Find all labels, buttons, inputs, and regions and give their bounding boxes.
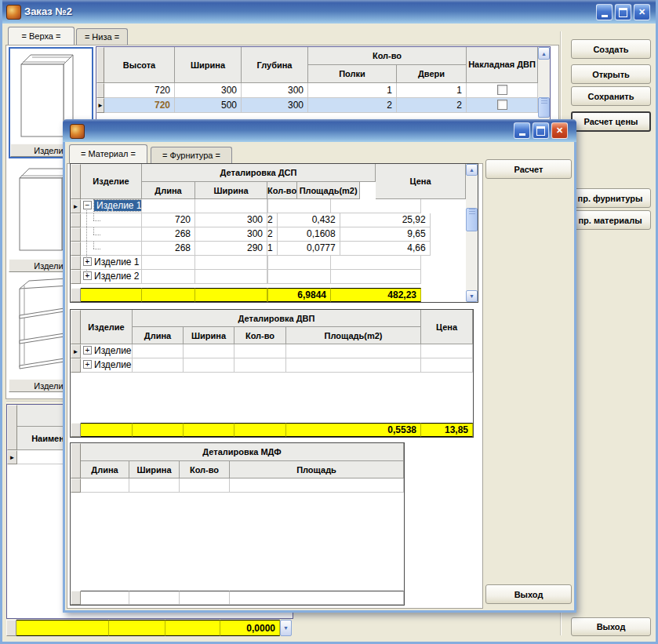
expand-icon[interactable]: + xyxy=(83,271,92,280)
qty-cell[interactable]: 1 xyxy=(267,242,278,256)
len-cell[interactable] xyxy=(142,270,195,284)
qty-cell[interactable] xyxy=(180,478,230,493)
overlay-checkbox[interactable] xyxy=(497,100,507,110)
row-marker-cell[interactable] xyxy=(71,478,81,493)
width-cell[interactable]: 500 xyxy=(175,98,242,113)
dsp-leaf-row[interactable]: 268 290 1 0,0777 4,66 xyxy=(71,242,478,256)
price-cell[interactable] xyxy=(421,358,473,373)
area-cell[interactable] xyxy=(230,478,404,493)
area-cell[interactable] xyxy=(268,270,331,284)
order-grid-scrollbar[interactable]: ▲ xyxy=(538,47,550,118)
product-cell[interactable]: +Изделие 1 xyxy=(81,256,142,270)
wid-cell[interactable] xyxy=(129,478,180,493)
main-exit-button[interactable]: Выход xyxy=(571,617,651,636)
height-cell[interactable]: 720 xyxy=(104,98,175,113)
node-label[interactable]: Изделие 1 xyxy=(94,257,140,267)
product-cell[interactable] xyxy=(81,213,142,227)
calc-price-button[interactable]: Расчет цены xyxy=(571,111,651,132)
dsp-scrollbar[interactable]: ▲ ▼ xyxy=(466,164,478,302)
wid-cell[interactable] xyxy=(195,199,267,213)
fittings-ref-button[interactable]: пр. фурнитуры xyxy=(569,188,651,208)
row-marker-cell[interactable] xyxy=(71,227,81,242)
scroll-down-button[interactable]: ▼ xyxy=(280,620,292,636)
price-cell[interactable]: 4,66 xyxy=(340,242,431,256)
shelves-cell[interactable]: 1 xyxy=(308,83,397,98)
tab-niza[interactable]: = Низа = xyxy=(76,28,128,45)
price-cell[interactable]: 9,65 xyxy=(340,227,431,242)
tab-verha[interactable]: = Верха = xyxy=(8,27,75,45)
area-cell[interactable] xyxy=(286,358,421,373)
qty-cell[interactable] xyxy=(234,344,286,358)
product-cell[interactable] xyxy=(81,242,142,256)
dvp-node-row[interactable]: +Изделие xyxy=(71,358,473,373)
qty-cell[interactable]: 2 xyxy=(267,213,278,227)
tab-furnitura[interactable]: = Фурнитура = xyxy=(151,147,232,163)
scroll-thumb[interactable] xyxy=(466,208,478,231)
row-marker-cell[interactable] xyxy=(71,358,81,373)
minimize-button[interactable] xyxy=(514,122,530,139)
qty-cell[interactable]: 2 xyxy=(267,227,278,242)
save-button[interactable]: Сохранить xyxy=(571,86,651,106)
mdf-row[interactable] xyxy=(71,478,404,493)
dsp-node-row[interactable]: +Изделие 2 xyxy=(71,270,478,284)
scroll-up-button[interactable]: ▲ xyxy=(538,47,550,60)
expand-icon[interactable]: + xyxy=(83,257,92,266)
wid-cell[interactable]: 290 xyxy=(195,242,267,256)
len-cell[interactable]: 268 xyxy=(142,242,195,256)
len-cell[interactable] xyxy=(142,199,195,213)
row-marker-cell[interactable] xyxy=(71,242,81,256)
wid-cell[interactable] xyxy=(184,358,234,373)
row-marker-cell[interactable]: ► xyxy=(71,344,81,358)
order-row-1[interactable]: 720 300 300 1 1 xyxy=(96,83,550,98)
expand-icon[interactable]: + xyxy=(83,360,92,369)
price-cell[interactable]: 25,92 xyxy=(340,213,431,227)
wid-cell[interactable] xyxy=(195,270,267,284)
price-cell[interactable] xyxy=(331,199,421,213)
area-cell[interactable]: 0,0777 xyxy=(278,242,340,256)
dvp-node-row[interactable]: ► +Изделие xyxy=(71,344,473,358)
scroll-thumb[interactable] xyxy=(538,97,550,118)
product-cell[interactable]: −Изделие 1 xyxy=(81,199,142,213)
maximize-button[interactable] xyxy=(533,122,549,139)
wid-cell[interactable]: 300 xyxy=(195,213,267,227)
len-cell[interactable] xyxy=(133,358,184,373)
overlay-cell[interactable] xyxy=(467,83,538,98)
tab-material[interactable]: = Материал = xyxy=(69,144,147,163)
area-cell[interactable]: 0,1608 xyxy=(278,227,340,242)
scroll-down-button[interactable]: ▼ xyxy=(466,290,478,302)
qty-cell[interactable] xyxy=(234,358,286,373)
order-row-2-selected[interactable]: ► 720 500 300 2 2 xyxy=(96,98,550,113)
area-cell[interactable] xyxy=(268,199,331,213)
collapse-icon[interactable]: − xyxy=(83,201,92,209)
close-button[interactable]: ✕ xyxy=(551,122,568,139)
material-exit-button[interactable]: Выход xyxy=(485,584,572,604)
wid-cell[interactable] xyxy=(184,344,234,358)
row-marker-cell[interactable] xyxy=(71,270,81,284)
len-cell[interactable] xyxy=(81,478,129,493)
product-cell[interactable]: +Изделие xyxy=(81,358,133,373)
len-cell[interactable]: 720 xyxy=(142,213,195,227)
area-cell[interactable] xyxy=(286,344,421,358)
row-marker-cell[interactable] xyxy=(71,256,81,270)
doors-cell[interactable]: 1 xyxy=(397,83,467,98)
dsp-node-row[interactable]: +Изделие 1 xyxy=(71,256,478,270)
price-cell[interactable] xyxy=(421,344,473,358)
product-cell[interactable] xyxy=(81,227,142,242)
minimize-button[interactable] xyxy=(596,4,613,20)
shelves-cell[interactable]: 2 xyxy=(308,98,397,113)
row-marker-cell[interactable] xyxy=(96,83,104,98)
open-button[interactable]: Открыть xyxy=(571,64,651,84)
area-cell[interactable] xyxy=(268,256,331,270)
price-cell[interactable] xyxy=(331,256,421,270)
area-cell[interactable]: 0,432 xyxy=(278,213,340,227)
node-label[interactable]: Изделие xyxy=(94,345,132,356)
selected-node-label[interactable]: Изделие 1 xyxy=(94,200,142,211)
expand-icon[interactable]: + xyxy=(83,346,92,355)
materials-ref-button[interactable]: пр. материалы xyxy=(569,210,651,230)
depth-cell[interactable]: 300 xyxy=(242,83,308,98)
node-label[interactable]: Изделие xyxy=(94,359,132,370)
scroll-up-button[interactable]: ▲ xyxy=(466,164,478,176)
overlay-cell[interactable] xyxy=(467,98,538,113)
row-marker-cell[interactable]: ► xyxy=(7,450,17,464)
depth-cell[interactable]: 300 xyxy=(242,98,308,113)
